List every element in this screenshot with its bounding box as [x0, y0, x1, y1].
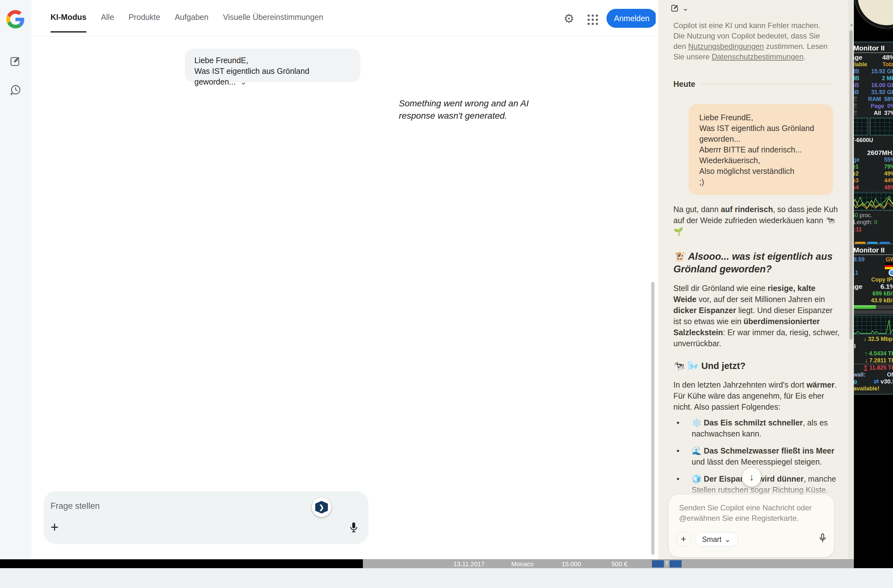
tab-alle[interactable]: Alle [101, 13, 114, 33]
bal-label: Bal [854, 233, 893, 241]
cow-face-emoji: 🐮 [674, 251, 688, 262]
date-separator-label: Heute [674, 80, 695, 89]
new-chat-icon[interactable] [9, 55, 21, 68]
copilot-response-paragraph: In den letzten Jahrzehnten wird's dort w… [674, 379, 840, 412]
ip-address: 8.178.59 [854, 256, 864, 263]
gateway-label: GW [886, 256, 893, 263]
clock-numeral: 6 [885, 23, 890, 33]
google-nav-tabs: KI-Modus Alle Produkte Aufgaben Visuelle… [51, 13, 323, 36]
copilot-disclaimer: Copilot ist eine KI und kann Fehler mach… [674, 20, 834, 62]
copilot-sidebar: ⌄ Copilot ist eine KI und kann Fehler ma… [658, 0, 854, 559]
signin-button[interactable]: Anmelden [606, 9, 656, 28]
scrollbar-up-arrow-icon[interactable]: ▲ [849, 22, 854, 27]
copy-ips-link[interactable]: Copy IPs [871, 276, 893, 283]
total-label: Total [854, 343, 893, 350]
background-window-sliver: 13.11.2017 Monaco 15.000 500 € T [363, 559, 854, 568]
uptime-value: 1:49:11 [854, 226, 893, 233]
bandwidth-bar-empty [854, 310, 893, 314]
copilot-user-message[interactable]: Liebe FreundE, Was IST eigentlich aus Gr… [689, 104, 833, 195]
microphone-icon[interactable] [348, 522, 360, 533]
table-cell-number: 15.000 [562, 561, 581, 568]
firewall-label: Firewall: [854, 371, 866, 378]
bandwidth-bar [854, 305, 893, 309]
desktop-strip: 3 4 5 6 Monitor II Usage48% AvailableTot… [854, 0, 893, 568]
page-history-chart [870, 118, 893, 135]
ram-usage-value: 48% [882, 54, 893, 61]
settings-gear-icon[interactable]: ⚙ [564, 13, 574, 25]
ask-question-placeholder: Frage stellen [51, 501, 100, 511]
copilot-scrollbar-thumb[interactable] [849, 30, 852, 340]
add-attachment-button[interactable]: + [51, 520, 59, 534]
date-separator-line [701, 84, 834, 84]
user-query-line2: Was IST eigentlich aus Grönland geworden… [194, 66, 351, 87]
ice-cube-emoji: 🧊 [692, 474, 704, 483]
copilot-response-heading: 🐮 Alsooo... was ist eigentlich aus Grönl… [674, 250, 842, 275]
cpu-freq-fragment: z [854, 144, 893, 149]
disclaimer-text: . [803, 53, 806, 61]
tab-produkte[interactable]: Produkte [129, 13, 160, 33]
table-cell-letter: T [665, 561, 668, 567]
bullet-item: ❄️ Das Eis schmilzt schneller, als es na… [674, 417, 837, 439]
copilot-response-paragraph: Na gut, dann auf rinderisch, so dass jed… [674, 204, 839, 237]
tab-aufgaben[interactable]: Aufgaben [175, 13, 209, 33]
network-monitor-widget: Monitor II 8.178.59GW .178.1 InfoCopy IP… [854, 244, 893, 394]
tab-ki-modus[interactable]: KI-Modus [51, 13, 86, 33]
copilot-microphone-icon[interactable] [817, 533, 828, 543]
cpu-frequency: 2607MHz [867, 149, 893, 156]
google-ai-mode-window: KI-Modus Alle Produkte Aufgaben Visuelle… [0, 0, 656, 559]
ram-usage-label: Usage [854, 54, 862, 61]
table-cell-amount: 500 € [612, 561, 627, 568]
panel-separator [656, 0, 658, 559]
header-divider [32, 36, 656, 36]
chevron-down-icon: ⌄ [725, 535, 731, 544]
extension-badge-icon: ❯ [315, 501, 328, 513]
user-query-bubble[interactable]: Liebe FreundE, Was IST eigentlich aus Gr… [185, 49, 360, 82]
ip-address: .178.1 [854, 269, 858, 276]
copilot-response-heading: 🐄 🌬️ Und jetzt? [674, 361, 837, 371]
table-cell-place: Monaco [511, 561, 534, 568]
german-flag-icon [885, 263, 893, 269]
snowflake-emoji: ❄️ [692, 418, 704, 427]
tab-visuelle-uebereinstimmungen[interactable]: Visuelle Übereinstimmungen [223, 13, 323, 33]
scroll-to-bottom-button[interactable]: ↓ [742, 468, 761, 487]
extension-badge[interactable]: ❯ [312, 498, 331, 517]
cow-wind-emoji: 🐄 🌬️ [674, 361, 701, 371]
ram-history-chart [854, 118, 868, 135]
user-query-line1: Liebe FreundE, [194, 55, 351, 66]
ram-meter-bar [854, 96, 857, 99]
google-left-rail [0, 0, 32, 559]
total-sum: ∑ 11.825 TB [864, 364, 893, 371]
expand-chevron-icon[interactable]: ⌄ [240, 77, 247, 87]
total-header: Total [882, 61, 893, 68]
copilot-response-paragraph: Stell dir Grönland wie eine riesige, kal… [674, 283, 840, 349]
all-meter-bar [854, 110, 857, 113]
table-cell-blue [652, 560, 664, 567]
copilot-new-chat-icon[interactable] [670, 3, 680, 13]
copilot-add-button[interactable]: + [676, 531, 691, 547]
upload-speed: 43.9 kB/s [871, 297, 893, 304]
table-cell-blue [670, 560, 682, 567]
target-icon[interactable] [888, 269, 893, 276]
terms-link[interactable]: Nutzungsbedingungen [688, 42, 764, 51]
widget-title: Monitor II [854, 44, 893, 53]
total-upload: ↑ 4.5434 TB [864, 350, 893, 357]
download-speed: 699 kB/s [872, 290, 893, 297]
network-history-chart [854, 315, 893, 334]
copilot-mode-selector[interactable]: Smart ⌄ [695, 532, 738, 547]
screen: KI-Modus Alle Produkte Aufgaben Visuelle… [0, 0, 893, 588]
google-logo[interactable] [6, 10, 25, 29]
copilot-bullet-list: ❄️ Das Eis schmilzt schneller, als es na… [674, 417, 837, 502]
widget-homepage-link[interactable]: gogo [854, 378, 857, 385]
history-icon[interactable] [9, 84, 21, 96]
widget-title: Monitor II [854, 246, 893, 255]
privacy-link[interactable]: Datenschutzbestimmungen [711, 53, 803, 61]
copilot-input-placeholder: Senden Sie Copilot eine Nachricht oder @… [679, 502, 822, 523]
google-scrollbar[interactable] [651, 282, 654, 555]
copilot-chat-menu-chevron-icon[interactable]: ⌄ [682, 4, 689, 13]
system-monitor-widget: Monitor II Usage48% AvailableTotal 04 MB… [854, 42, 893, 263]
total-download: ↓ 7.2811 TB [865, 357, 893, 364]
sync-icon: ⇄ [874, 378, 879, 385]
page-meter-bar [854, 104, 857, 106]
firewall-status: ON [887, 371, 893, 378]
google-apps-icon[interactable] [588, 15, 598, 25]
